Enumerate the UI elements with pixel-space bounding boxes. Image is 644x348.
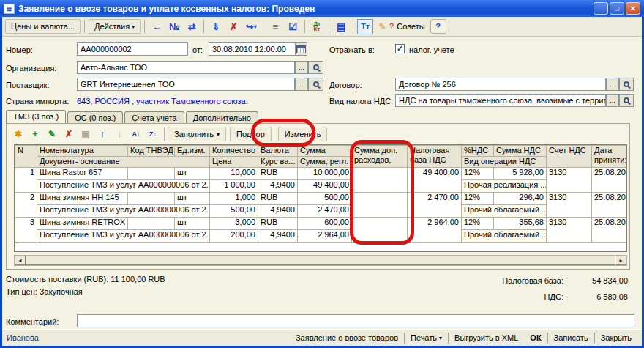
organization-select-button[interactable]: ...: [295, 61, 308, 74]
cell-n[interactable]: 1: [15, 168, 37, 193]
cell-tnved[interactable]: [128, 193, 175, 205]
cell-date[interactable]: 25.08.20: [592, 168, 627, 193]
table-row[interactable]: Поступление ТМЗ и услуг АА000000006 от 2…: [15, 230, 627, 243]
export-xml-button[interactable]: Выгрузить в XML: [449, 332, 524, 344]
cell-unit[interactable]: шт: [175, 193, 210, 205]
clear-posting-button[interactable]: ✗: [225, 19, 242, 34]
scroll-right-button[interactable]: ▸: [615, 256, 626, 265]
change-button[interactable]: Изменить: [278, 127, 328, 141]
structure-button[interactable]: ≡: [267, 19, 283, 34]
cell-price[interactable]: 500,00: [210, 205, 258, 218]
advice-button[interactable]: ✎? Советы: [375, 20, 429, 34]
cell-vat-pct[interactable]: 12%: [462, 218, 494, 230]
cell-qty[interactable]: 1,000: [210, 193, 258, 205]
table-row[interactable]: 2 Шина зимняя НН 145 шт 1,000 RUB 500,00…: [15, 193, 627, 205]
declaration-button[interactable]: Заявление о ввозе товаров: [290, 332, 404, 344]
tab-tmz[interactable]: ТМЗ (3 поз.): [6, 110, 66, 124]
supplier-select-button[interactable]: ...: [295, 78, 308, 91]
horizontal-scrollbar[interactable]: ◂ ▸: [14, 255, 627, 266]
cell-tax-base[interactable]: 2 964,00: [408, 218, 462, 243]
table-row[interactable]: Поступление ТМЗ и услуг АА000000006 от 2…: [15, 180, 627, 193]
contract-input[interactable]: Договор № 256: [395, 78, 606, 91]
cell-tax-base[interactable]: 49 400,00: [408, 168, 462, 193]
cell-rate[interactable]: 4,9400: [258, 205, 298, 218]
contract-select-button[interactable]: ...: [606, 78, 619, 91]
cell-qty[interactable]: 3,000: [210, 218, 258, 230]
tab-additional[interactable]: Дополнительно: [186, 111, 258, 124]
cell-sum-regl[interactable]: 2 470,00: [298, 205, 352, 218]
maximize-button[interactable]: □: [610, 2, 624, 15]
vat-kind-input[interactable]: НДС на товары таможенного союза, ввозимы…: [395, 94, 606, 107]
add-row-button[interactable]: ✱: [10, 127, 26, 141]
ok-button[interactable]: ОК: [524, 332, 547, 344]
cell-sum-regl[interactable]: 2 964,00: [298, 230, 352, 243]
post-document-button[interactable]: ⇓: [208, 19, 224, 34]
scroll-left-button[interactable]: ◂: [15, 256, 26, 265]
save-button[interactable]: Записать: [548, 332, 594, 344]
organization-input[interactable]: Авто-Альянс ТОО: [77, 61, 295, 74]
cell-n[interactable]: 3: [15, 218, 37, 243]
cell-price[interactable]: 1 000,00: [210, 180, 258, 193]
tab-accounts[interactable]: Счета учета: [124, 111, 184, 124]
move-up-button[interactable]: ↑: [94, 127, 111, 141]
supplier-input[interactable]: GRT Интернешенел ТОО: [77, 78, 295, 91]
cell-vat-pct[interactable]: 12%: [462, 193, 494, 205]
move-down-button[interactable]: ↓: [111, 127, 127, 141]
cell-qty[interactable]: 10,000: [210, 168, 258, 180]
movements-button[interactable]: ↪▾: [243, 19, 259, 34]
copy-document-button[interactable]: ⇄: [184, 19, 200, 34]
vat-kind-open-button[interactable]: [619, 94, 634, 107]
minimize-button[interactable]: _: [594, 2, 608, 15]
cell-doc-base[interactable]: Поступление ТМЗ и услуг АА000000006 от 2…: [37, 230, 210, 243]
supplier-open-button[interactable]: [308, 78, 323, 91]
sort-desc-button[interactable]: Z↓: [145, 127, 161, 141]
cell-tnved[interactable]: [128, 168, 175, 180]
sort-asc-button[interactable]: A↓: [128, 127, 144, 141]
print-button[interactable]: Печать▾: [405, 332, 448, 344]
cell-sum[interactable]: 500,00: [298, 193, 352, 205]
cell-vat-account[interactable]: 3130: [547, 193, 592, 218]
cell-vat-sum[interactable]: 296,40: [494, 193, 547, 205]
cell-vat-pct[interactable]: 12%: [462, 168, 494, 180]
tax-accounting-checkbox[interactable]: ✓: [395, 44, 405, 53]
cell-rate[interactable]: 4,9400: [258, 230, 298, 243]
import-country-link[interactable]: 643, РОССИЯ , участник Таможенного союза…: [77, 97, 248, 105]
cell-currency[interactable]: RUB: [258, 193, 298, 205]
contract-open-button[interactable]: [619, 78, 634, 91]
cell-extra[interactable]: [352, 218, 408, 243]
table-row[interactable]: Поступление ТМЗ и услуг АА000000006 от 2…: [15, 205, 627, 218]
cell-nomenclature[interactable]: Шина зимняя НН 145: [37, 193, 128, 205]
report-button[interactable]: ▤: [333, 19, 349, 34]
pick-button[interactable]: Подбор: [230, 127, 272, 141]
cell-currency[interactable]: RUB: [258, 168, 298, 180]
cell-vat-op[interactable]: Прочий облагаемый ...: [462, 230, 547, 243]
delete-row-button[interactable]: ✗: [61, 127, 77, 141]
cell-vat-account[interactable]: 3130: [547, 168, 592, 193]
cell-extra[interactable]: [352, 193, 408, 218]
cell-unit[interactable]: шт: [175, 218, 210, 230]
vat-kind-select-button[interactable]: ...: [606, 94, 619, 107]
cell-unit[interactable]: шт: [175, 168, 210, 180]
cell-tax-base[interactable]: 2 470,00: [408, 193, 462, 218]
cell-tnved[interactable]: [128, 218, 175, 230]
cell-nomenclature[interactable]: Шина Rastor 657: [37, 168, 128, 180]
cell-sum[interactable]: 10 000,00: [298, 168, 352, 180]
cell-doc-base[interactable]: Поступление ТМЗ и услуг АА000000006 от 2…: [37, 180, 210, 193]
table-row[interactable]: 3 Шина зимняя RETROX шт 3,000 RUB 600,00…: [15, 218, 627, 230]
cell-n[interactable]: 2: [15, 193, 37, 218]
cell-doc-base[interactable]: Поступление ТМЗ и услуг АА000000006 от 2…: [37, 205, 210, 218]
cell-nomenclature[interactable]: Шина зимняя RETROX: [37, 218, 128, 230]
dt-kt-button[interactable]: ДтКт: [309, 19, 325, 34]
fill-button[interactable]: Заполнить▾: [168, 127, 226, 141]
previous-document-button[interactable]: ←: [149, 19, 165, 34]
cell-extra[interactable]: [352, 168, 408, 193]
number-input[interactable]: АА000000002: [77, 42, 188, 56]
cell-vat-sum[interactable]: 355,68: [494, 218, 547, 230]
edit-row-button[interactable]: ✎: [44, 127, 60, 141]
list-settings-button[interactable]: ☑: [285, 19, 301, 34]
description-button[interactable]: Тт: [357, 19, 373, 34]
cell-price[interactable]: 200,00: [210, 230, 258, 243]
table-row[interactable]: 1 Шина Rastor 657 шт 10,000 RUB 10 000,0…: [15, 168, 627, 180]
cell-date[interactable]: 25.08.20: [592, 193, 627, 218]
cell-vat-sum[interactable]: 5 928,00: [494, 168, 547, 180]
